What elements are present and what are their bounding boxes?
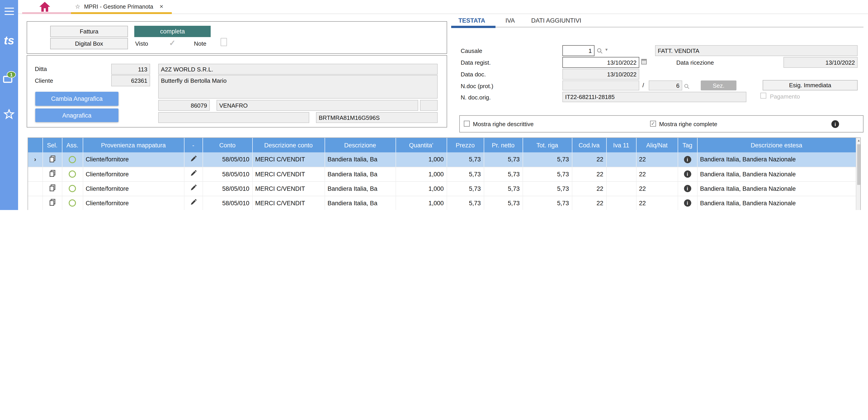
grid-cell-ass_icon[interactable] — [62, 196, 83, 210]
grid-cell-descrizione_estesa[interactable]: Bandiera Italia, Bandiera Nazionale — [697, 152, 856, 167]
grid-cell-descrizione[interactable]: Bandiera Italia, Ba — [324, 167, 396, 181]
grid-cell-sel_icon[interactable] — [42, 196, 62, 210]
grid-cell-quantita[interactable]: 1,000 — [396, 196, 447, 210]
ndoc-field[interactable] — [562, 81, 639, 90]
grid-cell-iva_11[interactable] — [606, 167, 636, 181]
grid-cell-provenienza[interactable]: Cliente/fornitore — [83, 181, 184, 196]
grid-cell-iva_11[interactable] — [606, 181, 636, 196]
grid-header-cell[interactable]: Cod.Iva — [572, 138, 606, 152]
grid-cell-pr_netto[interactable]: 5,73 — [484, 181, 523, 196]
grid-cell-ass_icon[interactable] — [62, 167, 83, 181]
mostra-righe-descrittive-checkbox[interactable] — [464, 121, 470, 127]
cliente-name-field[interactable]: Butterfly di Bertolla Mario — [158, 75, 438, 98]
ndocorig-field[interactable]: IT22-68211I-28185 — [562, 92, 746, 102]
codice-fiscale-field[interactable]: BRTMRA81M16G596S — [316, 112, 438, 123]
grid-header-cell[interactable]: Prezzo — [447, 138, 484, 152]
active-tab-title[interactable]: MPRI - Gestione Primanota — [84, 4, 153, 10]
tab-testata[interactable]: TESTATA — [458, 17, 485, 24]
grid-header-cell[interactable]: Quantita' — [396, 138, 447, 152]
tab-iva[interactable]: IVA — [505, 17, 515, 24]
grid-cell-aliq_nat[interactable]: 22 — [636, 152, 678, 167]
grid-cell-descrizione_conto[interactable]: MERCI C/VENDIT — [252, 167, 324, 181]
grid-cell-prezzo[interactable]: 5,73 — [447, 167, 484, 181]
grid-header-cell[interactable]: Descrizione estesa — [697, 138, 856, 152]
grid-cell-sel_icon[interactable] — [42, 181, 62, 196]
grid-header-cell[interactable]: Descrizione — [324, 138, 396, 152]
grid-cell-iva_11[interactable] — [606, 196, 636, 210]
grid-cell-edit_icon[interactable] — [184, 196, 203, 210]
grid-cell-provenienza[interactable]: Cliente/fornitore — [83, 196, 184, 210]
grid-cell-marker[interactable] — [28, 181, 42, 196]
grid-cell-descrizione_estesa[interactable]: Bandiera Italia, Bandiera Nazionale — [697, 196, 856, 210]
grid-cell-tot_riga[interactable]: 5,73 — [523, 167, 572, 181]
dropdown-caret-icon[interactable]: ▾ — [605, 47, 608, 52]
grid-header-cell[interactable]: Ass. — [62, 138, 83, 152]
grid-cell-aliq_nat[interactable]: 22 — [636, 167, 678, 181]
grid-cell-descrizione_conto[interactable]: MERCI C/VENDIT — [252, 196, 324, 210]
grid-cell-pr_netto[interactable]: 5,73 — [484, 152, 523, 167]
grid-cell-tot_riga[interactable]: 5,73 — [523, 181, 572, 196]
grid-cell-conto[interactable]: 58/05/010 — [203, 196, 252, 210]
ditta-name-field[interactable]: A2Z WORLD S.R.L. — [158, 64, 438, 74]
grid-cell-cod_iva[interactable]: 22 — [572, 152, 606, 167]
grid-cell-marker[interactable] — [28, 196, 42, 210]
grid-header-cell[interactable] — [28, 138, 42, 152]
grid-cell-edit_icon[interactable] — [184, 152, 203, 167]
digital-box-button[interactable]: Digital Box — [50, 38, 128, 49]
grid-header-cell[interactable]: Provenienza mappatura — [83, 138, 184, 152]
favorite-star-icon[interactable]: ☆ — [75, 3, 80, 10]
grid-row[interactable]: Cliente/fornitore58/05/010MERCI C/VENDIT… — [28, 196, 856, 210]
grid-row[interactable]: Cliente/fornitore58/05/010MERCI C/VENDIT… — [28, 181, 856, 196]
grid-cell-descrizione_conto[interactable]: MERCI C/VENDIT — [252, 152, 324, 167]
grid-header-cell[interactable]: Sel. — [42, 138, 62, 152]
close-icon[interactable]: × — [160, 3, 163, 10]
grid-cell-ass_icon[interactable] — [62, 152, 83, 167]
grid-cell-conto[interactable]: 58/05/010 — [203, 152, 252, 167]
grid-vertical-scrollbar[interactable]: ▲ ▼ — [856, 138, 860, 210]
cambia-anagrafica-button[interactable]: Cambia Anagrafica — [35, 92, 119, 106]
grid-header-cell[interactable]: Descrizione conto — [252, 138, 324, 152]
star-icon[interactable] — [0, 109, 18, 120]
grid-cell-descrizione_estesa[interactable]: Bandiera Italia, Bandiera Nazionale — [697, 181, 856, 196]
grid-cell-marker[interactable]: › — [28, 152, 42, 167]
grid-cell-tot_riga[interactable]: 5,73 — [523, 196, 572, 210]
note-page-icon[interactable] — [221, 38, 227, 46]
grid-header-cell[interactable]: Tot. riga — [523, 138, 572, 152]
grid-cell-ass_icon[interactable] — [62, 181, 83, 196]
grid-cell-pr_netto[interactable]: 5,73 — [484, 167, 523, 181]
grid-cell-cod_iva[interactable]: 22 — [572, 181, 606, 196]
grid-cell-prezzo[interactable]: 5,73 — [447, 181, 484, 196]
grid-row[interactable]: Cliente/fornitore58/05/010MERCI C/VENDIT… — [28, 167, 856, 181]
grid-header-cell[interactable]: Aliq/Nat — [636, 138, 678, 152]
grid-cell-edit_icon[interactable] — [184, 181, 203, 196]
grid-cell-tag_icon[interactable]: i — [678, 181, 697, 196]
search-icon[interactable] — [684, 83, 689, 91]
grid-cell-descrizione[interactable]: Bandiera Italia, Ba — [324, 181, 396, 196]
folder-badge-icon[interactable]: 1 — [0, 70, 18, 85]
hamburger-icon[interactable] — [0, 6, 18, 16]
grid-header-cell[interactable]: Conto — [203, 138, 252, 152]
grid-cell-aliq_nat[interactable]: 22 — [636, 181, 678, 196]
piva-field[interactable] — [158, 112, 309, 123]
esig-immediata-button[interactable]: Esig. Immediata — [763, 80, 858, 90]
ndoc-num-field[interactable]: 6 — [649, 81, 682, 90]
sez-button[interactable]: Sez. — [701, 81, 737, 90]
causale-desc-field[interactable]: FATT. VENDITA — [655, 45, 858, 56]
info-circle-icon[interactable]: i — [831, 120, 839, 128]
grid-row[interactable]: ›Cliente/fornitore58/05/010MERCI C/VENDI… — [28, 152, 856, 167]
calendar-icon[interactable] — [641, 58, 647, 66]
grid-cell-edit_icon[interactable] — [184, 167, 203, 181]
grid-header-cell[interactable]: - — [184, 138, 203, 152]
grid-cell-prezzo[interactable]: 5,73 — [447, 152, 484, 167]
grid-cell-marker[interactable] — [28, 167, 42, 181]
grid-cell-quantita[interactable]: 1,000 — [396, 181, 447, 196]
grid-cell-pr_netto[interactable]: 5,73 — [484, 196, 523, 210]
grid-cell-provenienza[interactable]: Cliente/fornitore — [83, 152, 184, 167]
data-doc-field[interactable]: 13/10/2022 — [562, 69, 639, 80]
search-icon[interactable] — [597, 48, 602, 56]
anagrafica-button[interactable]: Anagrafica — [35, 109, 119, 122]
grid-cell-tot_riga[interactable]: 5,73 — [523, 152, 572, 167]
grid-cell-tag_icon[interactable]: i — [678, 196, 697, 210]
mostra-righe-complete-checkbox[interactable]: ✓ — [650, 121, 656, 127]
grid-cell-aliq_nat[interactable]: 22 — [636, 196, 678, 210]
